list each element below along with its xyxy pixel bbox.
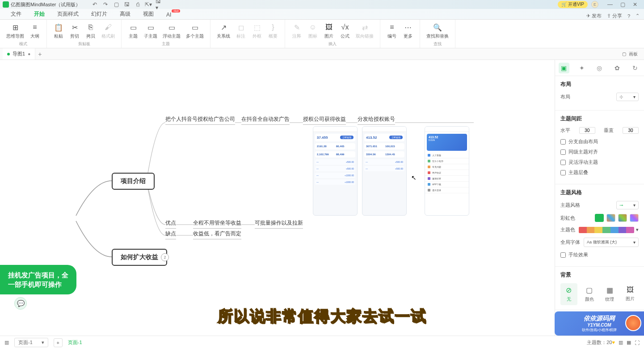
leaf-cons-1[interactable]: 收益低，看广告而定	[193, 229, 241, 238]
view-mode-1[interactable]: ▥	[619, 340, 623, 345]
bilink[interactable]: ⇄双向链接	[353, 21, 376, 40]
menu-file[interactable]: 文件	[4, 9, 28, 19]
fullscreen-icon[interactable]: ⛶	[635, 340, 640, 345]
h-spacing-input[interactable]	[579, 127, 595, 134]
help-icon[interactable]: ?	[627, 13, 630, 19]
undo-icon[interactable]: ↶	[91, 1, 98, 8]
theme-color-dropdown[interactable]: ▾	[636, 227, 639, 233]
topic[interactable]: ▭主题	[125, 21, 141, 40]
branch-expand[interactable]: 如何扩大收益	[112, 249, 167, 266]
leaf-auth[interactable]: 把个人抖音号授权给广告公司	[165, 115, 235, 124]
mindmap-mode[interactable]: ⊞思维导图	[4, 21, 27, 40]
check-free-layout[interactable]	[560, 139, 566, 145]
leaf-distribute[interactable]: 分发给授权账号	[358, 115, 395, 124]
chat-assistant-button[interactable]: 💬	[14, 297, 27, 310]
copy[interactable]: ⎘拷贝	[83, 21, 99, 40]
numbering[interactable]: ≡编号	[384, 21, 400, 46]
boundary[interactable]: ⬚外框	[249, 21, 265, 46]
page-selector[interactable]: 页面-1▾	[14, 338, 48, 347]
leaf-revenue[interactable]: 授权公司获得收益	[303, 115, 346, 124]
formula[interactable]: √x公式	[337, 21, 353, 40]
bg-color[interactable]: ▢颜色	[581, 283, 598, 305]
panel-tab-tag[interactable]: ◎	[594, 63, 605, 73]
check-hand-drawn[interactable]	[560, 252, 566, 258]
view-mode-2[interactable]: ▦	[627, 340, 631, 345]
export-icon[interactable]: ⇱▾	[145, 1, 152, 8]
summary[interactable]: }概要	[265, 21, 281, 46]
publish-button[interactable]: ✈ 发布	[586, 13, 602, 19]
bg-image[interactable]: 🖼图片	[622, 283, 639, 305]
maximize-button[interactable]: ▢	[616, 1, 629, 8]
leaf-cons-label[interactable]: 缺点	[165, 229, 176, 238]
save-icon[interactable]: 🖫	[123, 1, 130, 8]
leaf-pros-label[interactable]: 优点	[165, 218, 176, 228]
layout-select[interactable]: ⊹▾	[616, 93, 639, 101]
cut[interactable]: ✂剪切	[67, 21, 83, 40]
rainbow-sw-2[interactable]	[606, 214, 615, 222]
subtopic[interactable]: ▭子主题	[141, 21, 160, 40]
mockup-menu[interactable]: 413.520.01% 人工客服官方小程序常见问题用户协议邀请好友APP下载退出…	[425, 126, 469, 216]
menu-page-style[interactable]: 页面样式	[51, 9, 85, 19]
branch-intro[interactable]: 项目介绍	[112, 173, 155, 190]
outline-toggle[interactable]: ▥	[4, 340, 9, 345]
menubar: 文件 开始 页面样式 幻灯片 高级 视图 AIHot ✈ 发布 ⇪ 分享 ? ⌃	[0, 9, 644, 20]
v-spacing-input[interactable]	[623, 127, 639, 134]
multi-topic[interactable]: ▭多个主题	[183, 21, 206, 40]
menu-view[interactable]: 视图	[137, 9, 160, 19]
menu-ai[interactable]: AIHot	[160, 10, 177, 19]
close-button[interactable]: ✕	[629, 1, 641, 8]
rainbow-sw-1[interactable]	[595, 214, 604, 222]
rainbow-sw-4[interactable]	[630, 214, 639, 222]
open-icon[interactable]: ▢	[113, 1, 120, 8]
more[interactable]: ⋯更多	[400, 21, 416, 46]
user-avatar[interactable]: E	[591, 1, 598, 8]
canvas-toggle-icon[interactable]: ▢	[622, 51, 626, 56]
doc-tab-close[interactable]: ●	[28, 51, 30, 56]
add-tab-button[interactable]: +	[38, 51, 42, 58]
print-icon[interactable]: ⎙	[134, 1, 141, 8]
floating-topic[interactable]: ▭浮动主题	[160, 21, 183, 40]
check-stack[interactable]	[560, 170, 566, 175]
bg-texture[interactable]: ▦纹理	[602, 283, 619, 305]
leaf-pros-1[interactable]: 全程不用管坐等收益	[193, 218, 241, 228]
check-flex-float[interactable]	[560, 160, 566, 165]
theme-style-select[interactable]: ⊸▾	[616, 201, 639, 209]
bg-none[interactable]: ⊘无	[560, 283, 577, 305]
comment[interactable]: ✎注释	[289, 21, 305, 40]
outline-mode[interactable]: ≡大纲	[27, 21, 43, 40]
panel-tab-history[interactable]: ↻	[630, 63, 640, 73]
paste[interactable]: 📋粘贴	[51, 21, 67, 40]
canvas-area[interactable]: 挂机发广告项目，全 一部手机即可操作 项目介绍 如何扩大收益 2 把个人抖音号授…	[0, 60, 555, 336]
icon-insert[interactable]: ☺图标	[305, 21, 321, 40]
image[interactable]: 🖼图片	[321, 21, 337, 40]
add-page-button[interactable]: +	[54, 338, 63, 347]
menu-slideshow[interactable]: 幻灯片	[85, 9, 114, 19]
doc-tab[interactable]: 导图1 ●	[3, 48, 35, 60]
callout[interactable]: ◻标注	[233, 21, 249, 46]
panel-tab-layout[interactable]: ▣	[559, 63, 569, 73]
vip-button[interactable]: 🛒 开通VIP	[558, 1, 588, 8]
mockup-stats-1[interactable]: 立即提现37.455 2191.2880,465 2,102,79988,499…	[313, 126, 358, 216]
font-select[interactable]: Aa 微软雅黑 (大)▾	[584, 238, 639, 247]
share-button[interactable]: ⇪ 分享	[607, 13, 622, 19]
check-align-siblings[interactable]	[560, 149, 566, 155]
leaf-auto-ad[interactable]: 在抖音全自动发广告	[241, 115, 290, 124]
mockup-stats-2[interactable]: 立即提现413.52 3071.651100,015 3304.561304.4…	[362, 126, 407, 216]
theme-color-strip[interactable]	[579, 227, 634, 233]
menu-start[interactable]: 开始	[28, 9, 51, 19]
find-replace[interactable]: 🔍查找和替换	[424, 21, 451, 40]
leaf-pros-2[interactable]: 可批量操作以及拉新	[255, 218, 303, 228]
minimize-button[interactable]: —	[604, 1, 616, 8]
menu-advanced[interactable]: 高级	[114, 9, 137, 19]
format-painter[interactable]: 🖌格式刷	[99, 21, 118, 40]
save-as-icon[interactable]: 🖫▾	[156, 1, 163, 8]
collapse-ribbon-icon[interactable]: ⌃	[636, 13, 640, 19]
page-link[interactable]: 页面-1	[68, 339, 82, 346]
panel-tab-icon[interactable]: ✿	[612, 63, 623, 73]
font-label: 全局字体	[560, 239, 580, 246]
panel-tab-style[interactable]: ✦	[577, 63, 587, 73]
rainbow-sw-3[interactable]	[618, 214, 627, 222]
redo-icon[interactable]: ↷	[102, 1, 109, 8]
relation[interactable]: ↗关系线	[214, 21, 233, 46]
root-topic[interactable]: 挂机发广告项目，全 一部手机即可操作	[0, 265, 76, 294]
